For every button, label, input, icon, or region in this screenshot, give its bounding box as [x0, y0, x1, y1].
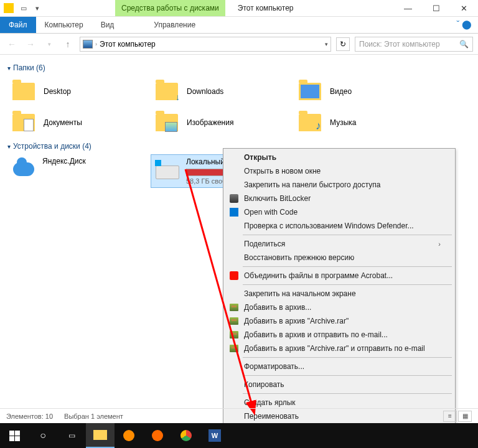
word-icon: W [209, 429, 221, 442]
ctx-add-archive[interactable]: Добавить в архив... [225, 301, 453, 314]
contextual-tab-drive-tools[interactable]: Средства работы с дисками [115, 0, 225, 16]
minimize-button[interactable]: — [394, 0, 422, 17]
address-dropdown-icon[interactable]: ▾ [325, 41, 328, 47]
ctx-bitlocker[interactable]: Включить BitLocker [225, 192, 453, 205]
close-button[interactable]: ✕ [450, 0, 478, 17]
chrome-icon [180, 430, 192, 441]
drive-yandex-disk[interactable]: Яндекс.Диск [7, 154, 151, 188]
navigation-bar: ← → ▾ ↑ › Этот компьютер ▾ ↻ Поиск: Этот… [0, 34, 478, 55]
ctx-restore-version[interactable]: Восстановить прежнюю версию [225, 251, 453, 264]
nav-up-button[interactable]: ↑ [61, 37, 75, 51]
taskbar-explorer[interactable] [86, 423, 115, 448]
ctx-open-with-code[interactable]: Open with Code [225, 205, 453, 219]
nav-back-button[interactable]: ← [5, 37, 19, 51]
ribbon-tabs: Файл Компьютер Вид Управление ˇ ⬤ [0, 17, 478, 34]
folder-music[interactable]: Музыка [294, 107, 437, 138]
winrar-icon [230, 345, 238, 352]
search-input[interactable]: Поиск: Этот компьютер 🔍 [355, 37, 473, 52]
folder-desktop[interactable]: Desktop [7, 76, 151, 107]
ctx-share[interactable]: Поделиться› [225, 237, 453, 251]
bitlocker-icon [230, 194, 238, 203]
ctx-format[interactable]: Форматировать... [225, 360, 453, 373]
search-icon: 🔍 [459, 40, 469, 49]
tab-manage[interactable]: Управление [145, 17, 204, 33]
ctx-open-new-window[interactable]: Открыть в новом окне [225, 164, 453, 178]
titlebar: ▭ ▾ Средства работы с дисками Этот компь… [0, 0, 478, 17]
tab-file[interactable]: Файл [0, 17, 36, 33]
taskbar: ○ ▭ W [0, 423, 478, 448]
context-menu: Открыть Открыть в новом окне Закрепить н… [223, 148, 456, 444]
explorer-icon [93, 430, 107, 440]
refresh-button[interactable]: ↻ [336, 37, 350, 51]
qat-dropdown-icon[interactable]: ▾ [31, 2, 44, 14]
ctx-create-shortcut[interactable]: Создать ярлык [225, 396, 453, 409]
taskbar-media-player[interactable] [115, 423, 143, 448]
maximize-button[interactable]: ☐ [422, 0, 450, 17]
cloud-icon [13, 162, 34, 176]
ctx-add-archive-rar[interactable]: Добавить в архив "Archive.rar" [225, 314, 453, 328]
ctx-pin-quick-access[interactable]: Закрепить на панели быстрого доступа [225, 178, 453, 192]
tab-view[interactable]: Вид [92, 17, 123, 33]
task-view-button[interactable]: ▭ [57, 423, 86, 448]
winrar-icon [230, 317, 238, 325]
start-button[interactable] [0, 423, 29, 448]
winrar-icon [230, 331, 238, 338]
ctx-archive-email[interactable]: Добавить в архив и отправить по e-mail..… [225, 328, 453, 342]
address-bar[interactable]: › Этот компьютер ▾ [80, 37, 331, 52]
help-button[interactable]: ˇ ⬤ [450, 17, 478, 33]
media-player-icon [123, 430, 134, 441]
status-selected: Выбран 1 элемент [64, 413, 123, 420]
acrobat-icon [230, 271, 238, 280]
ctx-acrobat-combine[interactable]: Объединить файлы в программе Acrobat... [225, 269, 453, 282]
search-button[interactable]: ○ [29, 423, 57, 448]
ctx-copy[interactable]: Копировать [225, 378, 453, 391]
breadcrumb-this-pc[interactable]: Этот компьютер [100, 40, 156, 49]
qat-properties-icon[interactable]: ▭ [17, 2, 30, 14]
chevron-right-icon: › [438, 240, 441, 248]
view-tiles-button[interactable]: ▦ [458, 411, 472, 422]
taskbar-chrome[interactable] [172, 423, 200, 448]
folder-downloads[interactable]: Downloads [151, 76, 294, 107]
folders-section-header[interactable]: ▾Папки (6) [7, 60, 471, 76]
ctx-open[interactable]: Открыть [225, 151, 453, 164]
status-bar: Элементов: 10 Выбран 1 элемент ≡ ▦ [0, 408, 478, 423]
ctx-pin-start[interactable]: Закрепить на начальном экране [225, 287, 453, 301]
winrar-icon [230, 304, 238, 311]
this-pc-icon [83, 40, 93, 49]
explorer-app-icon [4, 3, 14, 13]
folder-video[interactable]: Видео [294, 76, 437, 107]
taskbar-word[interactable]: W [200, 423, 229, 448]
tab-computer[interactable]: Компьютер [36, 17, 92, 33]
taskbar-firefox[interactable] [143, 423, 172, 448]
view-details-button[interactable]: ≡ [443, 411, 457, 422]
hdd-icon [156, 166, 179, 179]
folder-images[interactable]: Изображения [151, 107, 294, 138]
status-item-count: Элементов: 10 [6, 413, 53, 420]
ctx-archive-rar-email[interactable]: Добавить в архив "Archive.rar" и отправи… [225, 342, 453, 355]
folder-documents[interactable]: Документы [7, 107, 151, 138]
firefox-icon [152, 430, 163, 441]
vscode-icon [230, 208, 238, 217]
ctx-defender-scan[interactable]: Проверка с использованием Windows Defend… [225, 219, 453, 233]
nav-forward-button[interactable]: → [24, 37, 37, 51]
nav-history-dropdown[interactable]: ▾ [42, 37, 56, 51]
window-title: Этот компьютер [238, 4, 294, 12]
